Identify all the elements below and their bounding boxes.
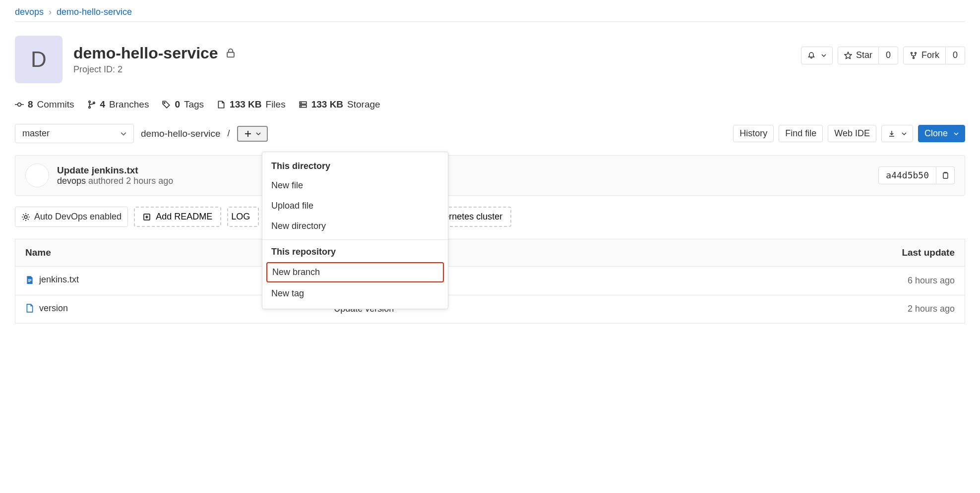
commit-icon bbox=[15, 100, 24, 109]
tag-icon bbox=[162, 100, 171, 109]
svg-rect-13 bbox=[943, 173, 948, 178]
branch-name: master bbox=[22, 128, 50, 139]
file-name: jenkins.txt bbox=[39, 274, 79, 285]
add-readme-button[interactable]: Add README bbox=[134, 207, 221, 227]
add-changelog-label: LOG bbox=[231, 212, 250, 222]
commit-time: 2 hours ago bbox=[126, 176, 173, 186]
table-row: version Update version 2 hours ago bbox=[15, 295, 965, 324]
stat-commits[interactable]: 8Commits bbox=[15, 99, 74, 110]
stat-branches[interactable]: 4Branches bbox=[87, 99, 149, 110]
dropdown-new-directory[interactable]: New directory bbox=[262, 216, 448, 236]
svg-rect-0 bbox=[227, 53, 234, 57]
chevron-down-icon bbox=[821, 53, 826, 58]
project-stats: 8Commits 4Branches 0Tags 133 KBFiles 133… bbox=[15, 99, 965, 110]
bell-icon bbox=[807, 52, 815, 59]
dropdown-upload-file[interactable]: Upload file bbox=[262, 196, 448, 216]
copy-sha-button[interactable] bbox=[936, 166, 955, 184]
project-name: demo-hello-service bbox=[73, 44, 218, 62]
header-divider bbox=[15, 21, 965, 22]
add-readme-label: Add README bbox=[156, 212, 212, 222]
stat-storage[interactable]: 133 KBStorage bbox=[299, 99, 380, 110]
file-text-icon bbox=[25, 275, 34, 284]
files-icon bbox=[217, 100, 226, 109]
header-actions: Star 0 Fork 0 bbox=[801, 47, 965, 64]
project-avatar: D bbox=[15, 36, 62, 83]
repo-toolbar: master demo-hello-service / This directo… bbox=[15, 124, 965, 143]
chevron-down-icon bbox=[902, 131, 907, 136]
dropdown-section-directory: This directory bbox=[262, 157, 448, 175]
file-icon bbox=[25, 304, 34, 313]
dropdown-new-file[interactable]: New file bbox=[262, 175, 448, 196]
download-button[interactable] bbox=[881, 125, 913, 143]
svg-point-14 bbox=[24, 216, 27, 219]
add-changelog-button[interactable]: LOG bbox=[227, 207, 259, 227]
auto-devops-button[interactable]: Auto DevOps enabled bbox=[15, 207, 128, 227]
svg-point-11 bbox=[301, 103, 301, 103]
file-name: version bbox=[39, 303, 68, 314]
commit-sha[interactable]: a44d5b50 bbox=[878, 166, 936, 184]
file-link[interactable]: version bbox=[25, 303, 68, 314]
find-file-button[interactable]: Find file bbox=[779, 125, 823, 143]
svg-point-12 bbox=[301, 106, 301, 107]
history-button[interactable]: History bbox=[733, 125, 774, 143]
svg-point-3 bbox=[913, 57, 914, 58]
dropdown-new-branch[interactable]: New branch bbox=[266, 262, 444, 282]
stat-files[interactable]: 133 KBFiles bbox=[217, 99, 286, 110]
clone-button[interactable]: Clone bbox=[918, 125, 965, 143]
clipboard-icon bbox=[941, 171, 949, 179]
star-count[interactable]: 0 bbox=[879, 47, 898, 64]
svg-point-7 bbox=[88, 107, 90, 108]
file-link[interactable]: jenkins.txt bbox=[25, 274, 79, 285]
commit-author-avatar[interactable] bbox=[25, 164, 49, 187]
storage-icon bbox=[299, 100, 307, 109]
fork-button[interactable]: Fork bbox=[903, 47, 946, 64]
dropdown-section-repository: This repository bbox=[262, 243, 448, 261]
svg-point-4 bbox=[18, 103, 21, 107]
branch-icon bbox=[87, 100, 96, 109]
chevron-down-icon bbox=[954, 131, 959, 136]
star-button[interactable]: Star bbox=[838, 47, 879, 64]
dropdown-new-tag[interactable]: New tag bbox=[262, 283, 448, 304]
table-row: jenkins.txt 6 hours ago bbox=[15, 267, 965, 295]
breadcrumb-separator: › bbox=[49, 7, 52, 17]
star-icon bbox=[844, 52, 852, 59]
download-icon bbox=[888, 130, 896, 138]
path-separator: / bbox=[228, 128, 230, 139]
file-updated: 6 hours ago bbox=[659, 267, 965, 295]
fork-icon bbox=[910, 52, 918, 59]
lock-icon bbox=[225, 44, 236, 62]
fork-group: Fork 0 bbox=[903, 47, 965, 64]
plus-square-icon bbox=[143, 213, 151, 221]
svg-point-8 bbox=[164, 103, 165, 104]
svg-point-5 bbox=[88, 101, 90, 103]
svg-point-2 bbox=[915, 52, 916, 54]
commit-author[interactable]: devops bbox=[57, 176, 86, 186]
col-updated: Last update bbox=[659, 239, 965, 267]
project-id: Project ID: 2 bbox=[73, 64, 236, 75]
commit-meta: devops authored 2 hours ago bbox=[57, 176, 870, 186]
breadcrumb-project[interactable]: demo-hello-service bbox=[57, 7, 132, 17]
add-to-tree-button[interactable] bbox=[237, 126, 268, 142]
repo-path[interactable]: demo-hello-service bbox=[141, 128, 221, 139]
plus-icon bbox=[244, 130, 252, 138]
chevron-down-icon bbox=[121, 131, 126, 137]
star-group: Star 0 bbox=[838, 47, 898, 64]
add-dropdown: This directory New file Upload file New … bbox=[262, 152, 448, 309]
last-commit: Update jenkins.txt devops authored 2 hou… bbox=[15, 155, 965, 196]
stat-tags[interactable]: 0Tags bbox=[162, 99, 204, 110]
commit-title[interactable]: Update jenkins.txt bbox=[57, 165, 870, 176]
fork-count[interactable]: 0 bbox=[946, 47, 965, 64]
branch-selector[interactable]: master bbox=[15, 124, 134, 143]
web-ide-button[interactable]: Web IDE bbox=[828, 125, 876, 143]
auto-devops-label: Auto DevOps enabled bbox=[34, 212, 122, 222]
svg-point-1 bbox=[911, 52, 912, 54]
breadcrumb-group[interactable]: devops bbox=[15, 7, 44, 17]
clone-label: Clone bbox=[924, 128, 948, 139]
project-suggestions: Auto DevOps enabled Add README LOG Add C… bbox=[15, 207, 965, 227]
notifications-button[interactable] bbox=[801, 47, 833, 64]
project-header: D demo-hello-service Project ID: 2 Star … bbox=[15, 36, 965, 83]
star-label: Star bbox=[856, 50, 872, 61]
file-updated: 2 hours ago bbox=[659, 295, 965, 324]
commit-action: authored bbox=[88, 176, 123, 186]
file-tree-table: Name Last update jenkins.txt 6 hours ago… bbox=[15, 239, 965, 324]
